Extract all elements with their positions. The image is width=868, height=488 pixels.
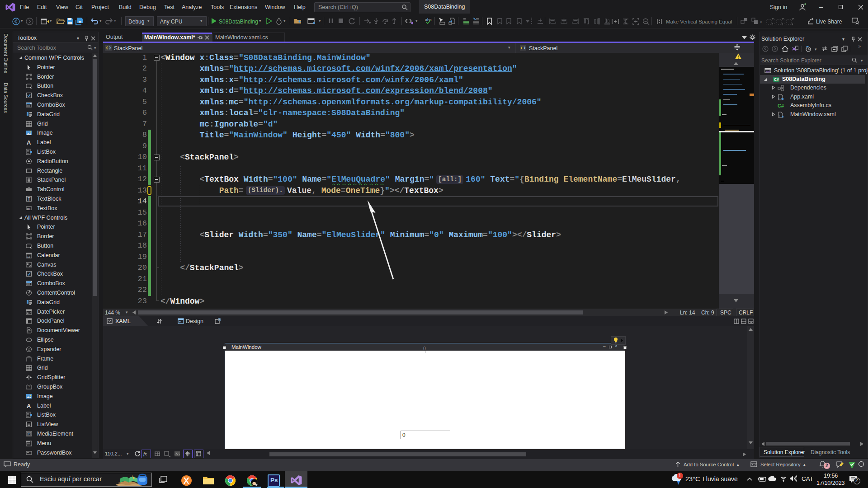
svg-text:**: **: [27, 452, 29, 455]
svg-text:A: A: [27, 403, 31, 409]
svg-text:T: T: [28, 197, 30, 202]
svg-text:fx: fx: [143, 451, 147, 456]
svg-text:12: 12: [27, 255, 30, 258]
svg-text:C#: C#: [778, 103, 784, 108]
svg-text:C#: C#: [774, 77, 779, 82]
svg-text:abl: abl: [27, 207, 30, 210]
svg-text:xy: xy: [28, 384, 31, 387]
svg-text:A: A: [27, 139, 31, 145]
svg-text:abc: abc: [425, 18, 432, 22]
